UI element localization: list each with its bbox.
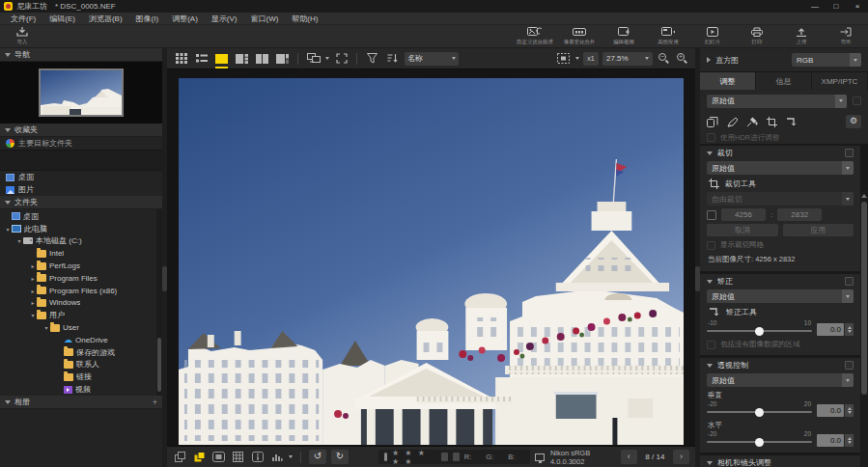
tree-item-onedrive[interactable]: ☁ OneDrive: [0, 334, 162, 346]
image-with-thumbnails-view-button[interactable]: [234, 51, 250, 66]
pixel-shift-merge-button[interactable]: 像素变化合并: [557, 25, 602, 47]
other-apps-button[interactable]: 其他应用: [646, 25, 690, 47]
color-label-icon[interactable]: [453, 453, 460, 461]
add-album-button[interactable]: +: [153, 398, 157, 407]
adjustment-preset-dropdown[interactable]: 原始值: [707, 95, 847, 108]
tree-item-saved-games[interactable]: 保存的游戏: [0, 346, 162, 359]
photo-canvas[interactable]: [167, 69, 695, 446]
filter-button[interactable]: [364, 51, 380, 66]
import-button[interactable]: 导入: [0, 25, 44, 47]
info-overlay-icon[interactable]: [250, 451, 265, 463]
favorites-header[interactable]: 收藏夹: [0, 124, 162, 137]
crop-width-input[interactable]: 4256: [721, 208, 766, 221]
navigation-preview[interactable]: [0, 62, 162, 124]
menu-window[interactable]: 窗口(W): [243, 13, 285, 25]
straighten-tool-button[interactable]: [786, 117, 798, 127]
crop-apply-button[interactable]: 应用: [783, 224, 854, 236]
gear-icon[interactable]: ⚙: [846, 115, 861, 128]
upload-button[interactable]: 上传: [779, 25, 824, 47]
rotate-left-button[interactable]: ↺: [309, 450, 326, 464]
tree-item-videos[interactable]: 视频: [0, 383, 162, 396]
perspective-enable-checkbox[interactable]: [845, 361, 854, 370]
next-image-button[interactable]: ›: [673, 450, 689, 464]
favorite-desktop[interactable]: 桌面: [0, 171, 162, 183]
fit-to-screen-button[interactable]: [555, 51, 572, 66]
star-rating[interactable]: ★ ★ ★ ★ ★: [392, 449, 437, 466]
straighten-slider[interactable]: [707, 326, 812, 336]
thumbnail-grid-view-button[interactable]: [173, 51, 189, 66]
scroll-up-icon[interactable]: [861, 194, 867, 198]
slider-thumb[interactable]: [755, 438, 764, 447]
panel-scrollbar[interactable]: [860, 191, 868, 467]
close-button[interactable]: ×: [847, 0, 868, 13]
edit-video-button[interactable]: 编辑视频: [602, 25, 646, 47]
menu-help[interactable]: 帮助(H): [285, 13, 324, 25]
horizontal-value-input[interactable]: 0.0: [817, 434, 844, 447]
camera-lens-group-header[interactable]: 相机和镜头调整: [700, 455, 860, 467]
slider-thumb[interactable]: [755, 408, 764, 417]
crop-tool-button[interactable]: [767, 117, 777, 127]
tree-item-perflogs[interactable]: ▸ PerfLogs: [0, 260, 162, 272]
minimize-button[interactable]: —: [804, 0, 826, 13]
sort-dropdown[interactable]: 名称: [405, 52, 459, 66]
image-with-filmstrip-view-button[interactable]: [274, 51, 291, 66]
straighten-value-input[interactable]: 0.0: [817, 323, 844, 336]
rotate-right-button[interactable]: ↻: [331, 450, 349, 464]
histogram-overlay-icon[interactable]: [269, 451, 284, 463]
horizontal-slider[interactable]: [707, 437, 812, 447]
maximize-button[interactable]: □: [826, 0, 847, 13]
grid-overlay-icon[interactable]: [231, 451, 245, 463]
print-button[interactable]: 打印: [735, 25, 779, 47]
collapse-arrow-icon[interactable]: [707, 151, 713, 155]
tree-item-user[interactable]: ▾ User: [0, 321, 162, 334]
chevron-down-icon[interactable]: [575, 57, 579, 60]
tree-item-intel[interactable]: Intel: [0, 247, 162, 260]
crop-cancel-button[interactable]: 取消: [707, 224, 778, 236]
menu-adjust[interactable]: 调整(A): [165, 13, 205, 25]
tree-item-desktop[interactable]: 桌面: [0, 210, 162, 223]
compare-monitors-button[interactable]: [305, 51, 322, 66]
slider-thumb[interactable]: [755, 327, 764, 336]
vertical-value-input[interactable]: 0.0: [817, 404, 844, 417]
include-no-data-checkbox[interactable]: [707, 341, 715, 349]
vertical-stepper[interactable]: [845, 404, 854, 417]
preset-checkbox[interactable]: [853, 96, 861, 105]
tree-item-this-pc[interactable]: ▾ 此电脑: [0, 223, 162, 235]
favorite-primary-folder[interactable]: 主要目标文件夹: [0, 137, 162, 150]
previous-image-button[interactable]: ‹: [621, 450, 637, 464]
chevron-down-icon[interactable]: [289, 455, 293, 458]
crop-tool-row[interactable]: 裁切工具: [700, 177, 860, 191]
sort-order-icon[interactable]: [384, 51, 401, 66]
tree-item-program-files-x86[interactable]: ▸ Program Files (x86): [0, 285, 162, 297]
histogram-header[interactable]: 直方图 RGB: [700, 48, 868, 72]
zoom-out-button[interactable]: −: [657, 52, 671, 66]
zoom-level-dropdown[interactable]: 27.5%: [602, 52, 653, 66]
crop-enable-checkbox[interactable]: [845, 149, 854, 157]
histogram-channel-dropdown[interactable]: RGB: [792, 53, 861, 67]
label-pin-icon[interactable]: [384, 453, 387, 461]
crop-height-input[interactable]: 2832: [777, 208, 822, 221]
straighten-tool-row[interactable]: 矫正工具: [700, 305, 860, 319]
albums-header[interactable]: 相册 +: [0, 396, 162, 409]
chevron-down-icon[interactable]: [325, 57, 329, 60]
protect-badge-icon[interactable]: [441, 453, 448, 461]
straighten-preset-dropdown[interactable]: 原始值: [707, 289, 854, 303]
custom-picture-control-button[interactable]: 自定义优化校准: [513, 25, 557, 47]
menu-file[interactable]: 文件(F): [4, 13, 42, 25]
tab-xmp-iptc[interactable]: XMP/IPTC: [812, 72, 868, 90]
hdr-checkbox[interactable]: [707, 133, 715, 142]
tab-adjustments[interactable]: 调整: [700, 72, 756, 90]
zoom-1to1-button[interactable]: x1: [583, 52, 599, 66]
stacked-images-icon[interactable]: [192, 451, 207, 463]
tab-info[interactable]: 信息: [756, 72, 812, 90]
tree-item-local-disk-c[interactable]: ▾ 本地磁盘 (C:): [0, 235, 162, 248]
collapse-arrow-icon[interactable]: [707, 280, 713, 284]
export-button[interactable]: 导出: [824, 25, 868, 47]
navigation-header[interactable]: 导航: [0, 48, 162, 62]
crop-preset-dropdown[interactable]: 原始值: [707, 161, 854, 175]
retouch-brush-button[interactable]: [727, 117, 738, 127]
straighten-stepper[interactable]: [845, 323, 854, 336]
fullscreen-button[interactable]: [333, 51, 350, 66]
perspective-preset-dropdown[interactable]: 原始值: [707, 373, 854, 387]
straighten-enable-checkbox[interactable]: [845, 277, 854, 286]
